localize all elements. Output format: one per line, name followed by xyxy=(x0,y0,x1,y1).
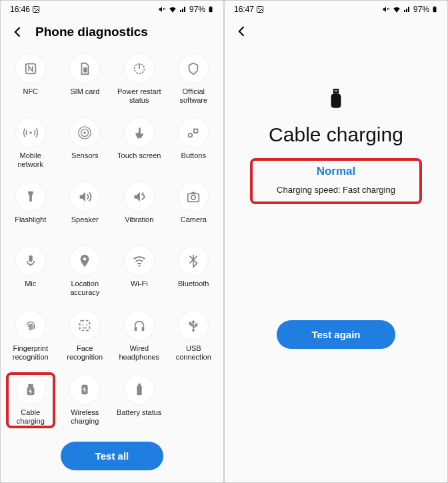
item-label: Sensors xyxy=(71,151,98,169)
svg-rect-10 xyxy=(433,7,437,13)
svg-rect-5 xyxy=(210,6,212,7)
item-label: Official software xyxy=(179,87,207,105)
back-icon[interactable] xyxy=(11,25,25,39)
icon-circle xyxy=(179,118,208,147)
svg-rect-12 xyxy=(333,89,339,93)
sensors-icon xyxy=(77,125,92,140)
diagnostic-item-power[interactable]: Power restart status xyxy=(112,50,167,111)
result-box: Normal Charging speed: Fast charging xyxy=(250,158,422,204)
status-time: 16:46 xyxy=(10,5,30,14)
wifi-icon xyxy=(392,5,401,14)
back-icon[interactable] xyxy=(235,25,249,38)
flashlight-icon xyxy=(23,189,38,204)
cable-charge-icon xyxy=(23,382,38,397)
diagnostic-item-location[interactable]: Location accuracy xyxy=(58,242,113,304)
diagnostic-item-shield[interactable]: Official software xyxy=(167,50,221,111)
svg-rect-14 xyxy=(337,90,338,91)
icon-circle xyxy=(16,311,45,340)
status-bar: 16:46 97% xyxy=(1,1,223,15)
icon-circle xyxy=(70,246,99,276)
diagnostic-item-fingerprint[interactable]: Fingerprint recognition xyxy=(3,307,58,368)
diagnostic-item-wifi[interactable]: Wi-Fi xyxy=(112,242,167,304)
phone-screen-diagnostics: 16:46 97% Phone diagnostics NFCSIM cardP… xyxy=(0,0,224,483)
svg-rect-13 xyxy=(335,90,336,91)
diagnostic-item-nfc[interactable]: NFC xyxy=(3,50,58,111)
result-status: Normal xyxy=(277,165,395,178)
diagnostic-item-cable-charge[interactable]: Cable charging xyxy=(3,371,58,432)
diagnostics-grid: NFCSIM cardPower restart statusOfficial … xyxy=(1,50,223,432)
item-label: Buttons xyxy=(181,151,206,169)
diagnostic-item-mic[interactable]: Mic xyxy=(3,242,58,304)
diagnostic-item-buttons[interactable]: Buttons xyxy=(167,114,221,175)
item-label: Vibration xyxy=(125,215,153,233)
wireless-charge-icon xyxy=(77,382,92,397)
image-icon xyxy=(256,5,264,13)
diagnostic-item-sim[interactable]: SIM card xyxy=(58,50,113,111)
item-label: SIM card xyxy=(70,87,99,105)
item-label: Face recognition xyxy=(67,344,103,362)
item-label: Mobile network xyxy=(17,151,43,169)
headphones-icon xyxy=(132,318,147,333)
location-icon xyxy=(77,254,92,268)
antenna-icon xyxy=(23,125,38,140)
test-again-button[interactable]: Test again xyxy=(277,320,395,349)
speaker-icon xyxy=(77,189,92,204)
diagnostic-item-camera[interactable]: Camera xyxy=(167,178,221,239)
icon-circle xyxy=(16,54,45,83)
page-header: Phone diagnostics xyxy=(1,15,223,50)
item-label: Camera xyxy=(181,215,207,233)
diagnostic-item-usb[interactable]: USB connection xyxy=(167,307,221,368)
signal-icon xyxy=(179,5,187,13)
item-label: Wi-Fi xyxy=(131,280,148,297)
svg-rect-15 xyxy=(331,93,341,107)
diagnostic-item-flashlight[interactable]: Flashlight xyxy=(3,178,58,239)
item-label: NFC xyxy=(23,87,38,105)
diagnostic-item-headphones[interactable]: Wired headphones xyxy=(112,307,167,368)
diagnostic-item-sensors[interactable]: Sensors xyxy=(58,114,113,175)
diagnostic-item-vibration[interactable]: Vibration xyxy=(112,178,167,239)
diagnostic-item-speaker[interactable]: Speaker xyxy=(58,178,113,239)
wifi-icon xyxy=(168,5,177,14)
item-label: Wired headphones xyxy=(119,344,159,362)
icon-circle xyxy=(125,246,154,276)
phone-screen-result: 16:47 97% Cable charging Normal Charging… xyxy=(224,0,448,483)
page-title: Phone diagnostics xyxy=(35,25,148,39)
item-label: USB connection xyxy=(176,344,211,362)
icon-circle xyxy=(70,54,99,83)
result-content: Cable charging Normal Charging speed: Fa… xyxy=(225,49,447,482)
icon-circle xyxy=(16,246,45,276)
diagnostic-item-wireless-charge[interactable]: Wireless charging xyxy=(58,371,113,432)
page-header xyxy=(225,15,447,49)
diagnostic-item-antenna[interactable]: Mobile network xyxy=(3,114,58,175)
icon-circle xyxy=(179,182,208,211)
mic-icon xyxy=(23,254,38,268)
bluetooth-icon xyxy=(186,254,201,268)
icon-circle xyxy=(125,311,154,340)
icon-circle xyxy=(125,118,154,147)
buttons-icon xyxy=(186,125,201,140)
diagnostic-item-battery[interactable]: Battery status xyxy=(112,371,167,432)
mute-icon xyxy=(158,5,166,13)
usb-icon xyxy=(186,318,201,333)
icon-circle xyxy=(125,182,154,211)
icon-circle xyxy=(179,54,208,83)
icon-circle xyxy=(70,182,99,211)
battery-icon xyxy=(207,5,214,14)
icon-circle xyxy=(70,375,99,404)
bottom-bar: Test all xyxy=(1,432,223,482)
fingerprint-icon xyxy=(23,318,38,333)
test-all-button[interactable]: Test all xyxy=(61,442,164,470)
item-label: Flashlight xyxy=(15,215,46,233)
item-label: Location accuracy xyxy=(70,280,99,297)
power-icon xyxy=(132,61,147,76)
svg-rect-6 xyxy=(257,7,263,13)
svg-point-1 xyxy=(35,8,36,9)
icon-circle xyxy=(125,375,154,404)
diagnostic-item-face[interactable]: Face recognition xyxy=(58,307,113,368)
diagnostic-item-bluetooth[interactable]: Bluetooth xyxy=(167,242,221,304)
diagnostic-item-touch[interactable]: Touch screen xyxy=(112,114,167,175)
face-icon xyxy=(77,318,92,333)
item-label: Touch screen xyxy=(117,151,161,169)
status-battery: 97% xyxy=(413,5,429,14)
nfc-icon xyxy=(23,61,38,76)
